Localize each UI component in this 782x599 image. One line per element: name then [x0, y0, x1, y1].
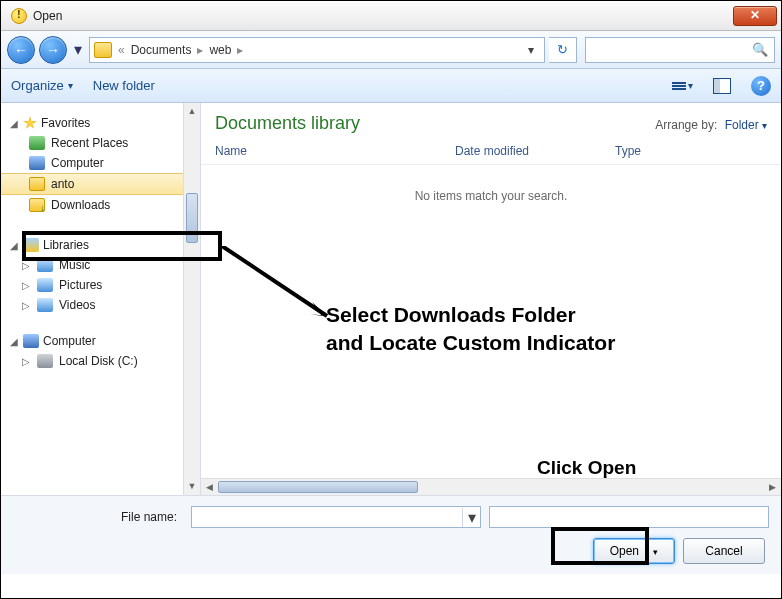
expand-icon: ▷ [21, 280, 31, 291]
title-bar: Open ✕ [1, 1, 781, 31]
scroll-track[interactable] [218, 479, 764, 495]
nav-bar: ← → ▾ « Documents ▸ web ▸ ▾ ↻ 🔍 [1, 31, 781, 69]
toolbar: Organize ▾ New folder ▾ ? [1, 69, 781, 103]
search-box[interactable]: 🔍 [585, 37, 775, 63]
sidebar-item-computer[interactable]: Computer [1, 153, 200, 173]
scroll-down-icon[interactable]: ▼ [184, 478, 200, 495]
music-icon [37, 258, 53, 272]
sidebar-item-label: Pictures [59, 278, 102, 292]
expand-icon: ◢ [9, 118, 19, 129]
favorites-header[interactable]: ◢ Favorites [1, 113, 200, 133]
search-input[interactable] [592, 43, 752, 57]
arrange-value: Folder [725, 118, 759, 132]
address-bar[interactable]: « Documents ▸ web ▸ ▾ [89, 37, 545, 63]
sidebar-item-anto[interactable]: anto [1, 173, 200, 195]
content-pane: Documents library Arrange by: Folder ▾ N… [201, 103, 781, 495]
organize-menu[interactable]: Organize ▾ [11, 78, 73, 93]
column-headers: Name Date modified Type [201, 138, 781, 165]
arrange-label: Arrange by: [655, 118, 717, 132]
sidebar-item-label: Music [59, 258, 90, 272]
sidebar-item-local-disk[interactable]: ▷ Local Disk (C:) [1, 351, 200, 371]
breadcrumb-documents[interactable]: Documents [125, 43, 198, 57]
back-button[interactable]: ← [7, 36, 35, 64]
computer-header[interactable]: ◢ Computer [1, 331, 200, 351]
chevron-down-icon[interactable]: ▾ [462, 508, 480, 527]
sidebar-item-pictures[interactable]: ▷ Pictures [1, 275, 200, 295]
view-mode-button[interactable]: ▾ [672, 80, 693, 91]
refresh-button[interactable]: ↻ [549, 37, 577, 63]
videos-icon [37, 298, 53, 312]
arrange-dropdown[interactable]: Folder ▾ [725, 118, 767, 132]
favorites-label: Favorites [41, 116, 90, 130]
filename-combobox[interactable]: ▾ [191, 506, 481, 528]
favorites-group: ◢ Favorites Recent Places Computer anto … [1, 113, 200, 215]
chevron-down-icon: ▾ [68, 80, 73, 91]
library-title: Documents library [215, 113, 360, 134]
chevron-down-icon: ▾ [762, 120, 767, 131]
scroll-thumb[interactable] [186, 193, 198, 243]
search-icon: 🔍 [752, 42, 768, 57]
arrange-by: Arrange by: Folder ▾ [655, 118, 767, 132]
expand-icon: ▷ [21, 300, 31, 311]
app-icon [11, 8, 27, 24]
sidebar-item-label: Videos [59, 298, 95, 312]
help-button[interactable]: ? [751, 76, 771, 96]
computer-group: ◢ Computer ▷ Local Disk (C:) [1, 331, 200, 371]
col-name[interactable]: Name [215, 144, 455, 158]
forward-button[interactable]: → [39, 36, 67, 64]
sidebar-scrollbar[interactable]: ▲ ▼ [183, 103, 200, 495]
empty-message: No items match your search. [201, 165, 781, 227]
download-icon [29, 198, 45, 212]
folder-icon [94, 42, 112, 58]
preview-pane-button[interactable] [713, 78, 731, 94]
sidebar-item-downloads[interactable]: Downloads [1, 195, 200, 215]
computer-icon [29, 156, 45, 170]
content-h-scrollbar[interactable]: ◀ ▶ [201, 478, 781, 495]
open-button[interactable]: Open ▾ [593, 538, 675, 564]
cancel-button[interactable]: Cancel [683, 538, 765, 564]
folder-icon [29, 177, 45, 191]
scroll-left-icon[interactable]: ◀ [201, 482, 218, 492]
close-button[interactable]: ✕ [733, 6, 777, 26]
filename-label: File name: [13, 510, 183, 524]
sidebar-item-videos[interactable]: ▷ Videos [1, 295, 200, 315]
organize-label: Organize [11, 78, 64, 93]
breadcrumb-web[interactable]: web [203, 43, 237, 57]
new-folder-button[interactable]: New folder [93, 78, 155, 93]
sidebar-item-recent-places[interactable]: Recent Places [1, 133, 200, 153]
libraries-group: ◢ Libraries ▷ Music ▷ Pictures ▷ Videos [1, 235, 200, 315]
dialog-body: ◢ Favorites Recent Places Computer anto … [1, 103, 781, 495]
sidebar-item-label: Local Disk (C:) [59, 354, 138, 368]
nav-history-dropdown[interactable]: ▾ [71, 36, 85, 64]
chevron-down-icon: ▾ [646, 547, 658, 557]
sidebar-item-music[interactable]: ▷ Music [1, 255, 200, 275]
scroll-up-icon[interactable]: ▲ [184, 103, 200, 120]
col-type[interactable]: Type [615, 144, 767, 158]
chevron-down-icon: ▾ [688, 80, 693, 91]
open-label: Open [610, 544, 639, 558]
new-folder-label: New folder [93, 78, 155, 93]
scroll-right-icon[interactable]: ▶ [764, 482, 781, 492]
bottom-bar: File name: ▾ Open ▾ Cancel [1, 495, 781, 574]
libraries-header[interactable]: ◢ Libraries [1, 235, 200, 255]
scroll-thumb[interactable] [218, 481, 418, 493]
expand-icon: ▷ [21, 260, 31, 271]
breadcrumb-sep: ▸ [237, 43, 243, 57]
filetype-filter[interactable] [489, 506, 769, 528]
sidebar-item-label: Recent Places [51, 136, 128, 150]
col-date-modified[interactable]: Date modified [455, 144, 615, 158]
libraries-label: Libraries [43, 238, 89, 252]
sidebar-item-label: Computer [51, 156, 104, 170]
pictures-icon [37, 278, 53, 292]
computer-label: Computer [43, 334, 96, 348]
star-icon [23, 116, 37, 130]
window-title: Open [33, 9, 62, 23]
sidebar-item-label: anto [51, 177, 74, 191]
list-icon [672, 82, 686, 90]
disk-icon [37, 354, 53, 368]
computer-icon [23, 334, 39, 348]
expand-icon: ▷ [21, 356, 31, 367]
filename-input[interactable] [192, 510, 462, 524]
nav-sidebar: ◢ Favorites Recent Places Computer anto … [1, 103, 201, 495]
address-dropdown[interactable]: ▾ [522, 43, 540, 57]
